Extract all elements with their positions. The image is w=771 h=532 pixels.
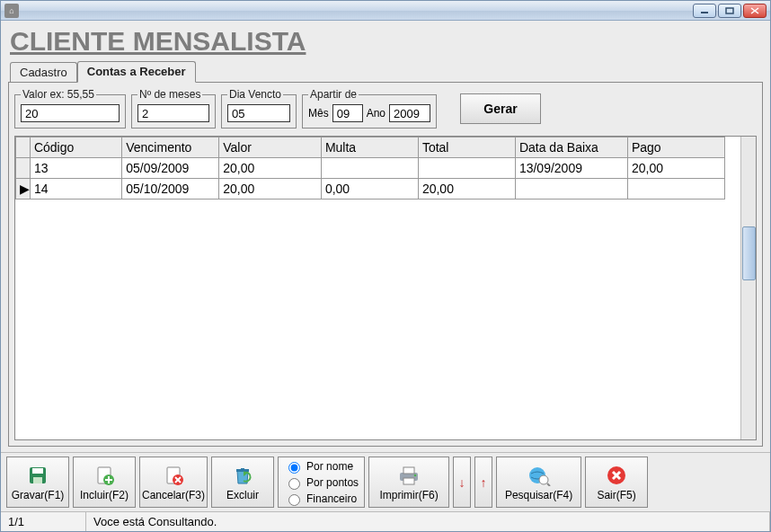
row-indicator: ▶ xyxy=(16,179,31,200)
pesquisar-button[interactable]: Pesquisar(F4) xyxy=(496,457,581,508)
cancel-document-icon xyxy=(162,464,185,487)
radio-por-nome[interactable]: Por nome xyxy=(284,459,359,474)
svg-point-22 xyxy=(539,475,548,484)
col-multa[interactable]: Multa xyxy=(321,137,418,158)
input-mes[interactable] xyxy=(332,104,363,122)
scrollbar-thumb[interactable] xyxy=(742,226,756,280)
input-ano[interactable] xyxy=(389,104,430,122)
titlebar: ⌂ xyxy=(1,1,770,21)
cancelar-label: Cancelar(F3) xyxy=(142,489,205,501)
cell-valor[interactable]: 20,00 xyxy=(219,179,322,200)
cell-pago[interactable]: 20,00 xyxy=(627,158,724,179)
svg-rect-0 xyxy=(701,12,708,13)
pesquisar-label: Pesquisar(F4) xyxy=(505,489,572,501)
bottom-toolbar: Gravar(F1) Incluir(F2) Cancelar(F3) Excl… xyxy=(1,452,770,511)
gravar-label: Gravar(F1) xyxy=(12,489,65,501)
input-valor[interactable] xyxy=(21,104,120,122)
col-codigo[interactable]: Código xyxy=(30,137,121,158)
maximize-icon xyxy=(725,7,734,14)
svg-line-23 xyxy=(547,483,550,486)
exit-icon xyxy=(605,464,628,487)
cell-codigo[interactable]: 14 xyxy=(30,179,121,200)
arrow-up-button[interactable]: ↑ xyxy=(474,457,492,508)
arrow-down-icon: ↓ xyxy=(459,475,465,490)
input-dia[interactable] xyxy=(227,104,290,122)
sair-button[interactable]: Sair(F5) xyxy=(585,457,648,508)
grid-header-row: Código Vencimento Valor Multa Total Data… xyxy=(16,137,725,158)
imprimir-button[interactable]: Imprimir(F6) xyxy=(368,457,449,508)
minimize-icon xyxy=(700,7,709,14)
cell-data-baixa[interactable] xyxy=(515,179,627,200)
cell-data-baixa[interactable]: 13/09/2009 xyxy=(515,158,627,179)
table-row[interactable]: ▶1405/10/200920,000,0020,00 xyxy=(16,179,725,200)
label-mes: Mês xyxy=(308,107,329,120)
fieldset-dia: Dia Vencto xyxy=(221,88,297,129)
col-vencimento[interactable]: Vencimento xyxy=(122,137,219,158)
fieldset-apartir: Apartir de Mês Ano xyxy=(302,88,437,129)
input-meses[interactable] xyxy=(137,104,209,122)
radio-financeiro[interactable]: Financeiro xyxy=(284,492,359,506)
tab-panel-contas: Valor ex: 55,55 Nº de meses Dia Vencto A… xyxy=(8,82,763,447)
incluir-label: Incluir(F2) xyxy=(80,489,128,501)
close-icon xyxy=(750,7,759,14)
incluir-button[interactable]: Incluir(F2) xyxy=(73,457,136,508)
cell-codigo[interactable]: 13 xyxy=(30,158,121,179)
status-message: Voce está Consultando. xyxy=(86,512,770,531)
cell-total[interactable] xyxy=(418,158,515,179)
status-position: 1/1 xyxy=(1,512,86,531)
svg-rect-19 xyxy=(403,478,414,484)
cell-pago[interactable] xyxy=(627,179,724,200)
label-meses: Nº de meses xyxy=(137,88,202,101)
cell-total[interactable]: 20,00 xyxy=(418,179,515,200)
fieldset-meses: Nº de meses xyxy=(131,88,216,129)
col-valor[interactable]: Valor xyxy=(219,137,322,158)
imprimir-label: Imprimir(F6) xyxy=(379,489,438,501)
print-filter-radios: Por nome Por pontos Financeiro xyxy=(278,457,365,508)
tab-strip: Cadastro Contas a Receber xyxy=(1,60,770,82)
cell-vencimento[interactable]: 05/09/2009 xyxy=(122,158,219,179)
col-total[interactable]: Total xyxy=(418,137,515,158)
arrow-up-icon: ↑ xyxy=(481,475,487,490)
add-document-icon xyxy=(93,464,116,487)
filter-row: Valor ex: 55,55 Nº de meses Dia Vencto A… xyxy=(14,88,757,129)
tab-cadastro[interactable]: Cadastro xyxy=(10,62,77,83)
svg-rect-1 xyxy=(726,8,733,13)
maximize-button[interactable] xyxy=(718,4,741,18)
app-window: ⌂ CLIENTE MENSALISTA Cadastro Contas a R… xyxy=(0,0,771,532)
cell-valor[interactable]: 20,00 xyxy=(219,158,322,179)
printer-icon xyxy=(397,464,421,487)
col-data-baixa[interactable]: Data da Baixa xyxy=(515,137,627,158)
grid-header-selector xyxy=(16,137,31,158)
excluir-button[interactable]: Excluir xyxy=(211,457,274,508)
search-globe-icon xyxy=(527,464,551,487)
statusbar: 1/1 Voce está Consultando. xyxy=(1,511,770,531)
label-ano: Ano xyxy=(367,107,386,120)
table-row[interactable]: 1305/09/200920,0013/09/200920,00 xyxy=(16,158,725,179)
grid-scrollbar[interactable] xyxy=(740,137,756,439)
grid-contas[interactable]: Código Vencimento Valor Multa Total Data… xyxy=(15,137,725,200)
fieldset-valor: Valor ex: 55,55 xyxy=(14,88,126,129)
cell-multa[interactable] xyxy=(321,158,418,179)
app-icon: ⌂ xyxy=(4,4,19,18)
close-button[interactable] xyxy=(743,4,767,18)
trash-icon xyxy=(231,464,254,487)
cell-vencimento[interactable]: 05/10/2009 xyxy=(122,179,219,200)
arrow-down-button[interactable]: ↓ xyxy=(453,457,471,508)
gravar-button[interactable]: Gravar(F1) xyxy=(6,457,69,508)
cancelar-button[interactable]: Cancelar(F3) xyxy=(139,457,208,508)
label-dia: Dia Vencto xyxy=(227,88,283,101)
svg-rect-5 xyxy=(32,468,43,474)
grid-container: Código Vencimento Valor Multa Total Data… xyxy=(14,136,757,440)
label-valor: Valor ex: 55,55 xyxy=(21,88,96,101)
cell-multa[interactable]: 0,00 xyxy=(321,179,418,200)
svg-rect-6 xyxy=(33,477,42,483)
gerar-button[interactable]: Gerar xyxy=(460,93,541,124)
row-indicator xyxy=(16,158,31,179)
sair-label: Sair(F5) xyxy=(597,489,635,501)
radio-por-pontos[interactable]: Por pontos xyxy=(284,475,359,490)
col-pago[interactable]: Pago xyxy=(627,137,724,158)
tab-contas-a-receber[interactable]: Contas a Receber xyxy=(77,61,196,83)
svg-point-20 xyxy=(414,474,417,476)
label-apartir: Apartir de xyxy=(308,88,359,101)
minimize-button[interactable] xyxy=(693,4,716,18)
